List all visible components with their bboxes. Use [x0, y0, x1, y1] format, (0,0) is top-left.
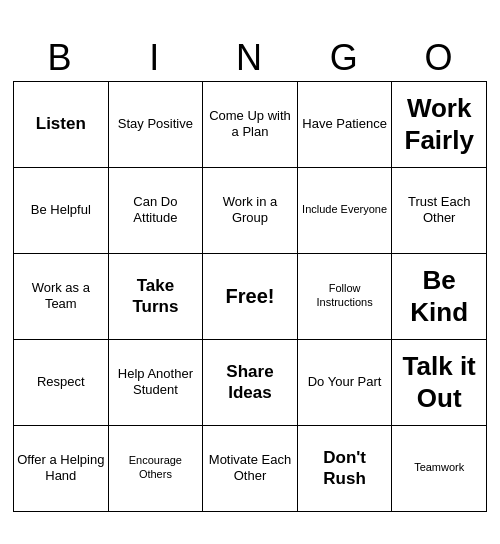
- letter-i: I: [108, 33, 203, 81]
- bingo-cell: Be Kind: [392, 254, 487, 340]
- bingo-cell: Do Your Part: [298, 340, 393, 426]
- bingo-cell: Work Fairly: [392, 82, 487, 168]
- bingo-cell: Help Another Student: [109, 340, 204, 426]
- bingo-cell: Offer a Helping Hand: [14, 426, 109, 512]
- bingo-cell: Teamwork: [392, 426, 487, 512]
- bingo-cell: Work in a Group: [203, 168, 298, 254]
- bingo-cell: Work as a Team: [14, 254, 109, 340]
- bingo-cell: Be Helpful: [14, 168, 109, 254]
- bingo-cell: Don't Rush: [298, 426, 393, 512]
- bingo-cell: Include Everyone: [298, 168, 393, 254]
- bingo-cell: Share Ideas: [203, 340, 298, 426]
- letter-g: G: [297, 33, 392, 81]
- bingo-cell: Come Up with a Plan: [203, 82, 298, 168]
- bingo-cell: Follow Instructions: [298, 254, 393, 340]
- bingo-cell: Respect: [14, 340, 109, 426]
- letter-n: N: [203, 33, 298, 81]
- bingo-grid: ListenStay PositiveCome Up with a PlanHa…: [13, 81, 487, 512]
- bingo-cell: Motivate Each Other: [203, 426, 298, 512]
- letter-b: B: [13, 33, 108, 81]
- bingo-cell: Free!: [203, 254, 298, 340]
- bingo-card: B I N G O ListenStay PositiveCome Up wit…: [5, 25, 495, 520]
- bingo-cell: Have Patience: [298, 82, 393, 168]
- letter-o: O: [392, 33, 487, 81]
- bingo-cell: Listen: [14, 82, 109, 168]
- bingo-cell: Encourage Others: [109, 426, 204, 512]
- bingo-cell: Talk it Out: [392, 340, 487, 426]
- bingo-cell: Take Turns: [109, 254, 204, 340]
- bingo-title-row: B I N G O: [13, 33, 487, 81]
- bingo-cell: Trust Each Other: [392, 168, 487, 254]
- bingo-cell: Can Do Attitude: [109, 168, 204, 254]
- bingo-cell: Stay Positive: [109, 82, 204, 168]
